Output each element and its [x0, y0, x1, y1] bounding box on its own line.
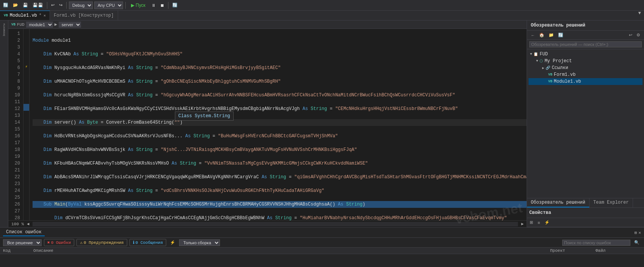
tab-module1-close[interactable]: ✕ — [44, 13, 46, 18]
prop-btn-3[interactable]: ⚡ — [543, 219, 551, 226]
error-list-tab[interactable]: Список ошибок — [3, 229, 45, 236]
properties-header: Свойства — [527, 208, 644, 218]
code-tooltip: Class System.String — [175, 112, 234, 121]
solution-icon: 📋 — [533, 52, 538, 57]
fud-nav-label: FUD — [17, 22, 25, 27]
messages-count: 0 Сообщения — [136, 240, 163, 245]
form1-label: Form1.vb — [554, 72, 576, 77]
sep3 — [125, 2, 126, 9]
messages-badge[interactable]: ℹ 0 Сообщения — [129, 239, 167, 246]
rp-tab-solution-explorer[interactable]: Обозреватель решений — [527, 198, 589, 207]
zoom-level: 100 % — [11, 222, 24, 226]
error-icon: ✖ — [47, 240, 50, 245]
rp-filter-btn[interactable]: ⚙ — [635, 32, 642, 38]
references-icon: 🔗 — [546, 66, 550, 70]
errors-count: 0 Ошибки — [51, 240, 71, 245]
prop-btn-1[interactable]: ⊞ — [528, 219, 535, 226]
member-nav-select[interactable]: server — [59, 22, 81, 28]
search-errors-btn[interactable]: 🔍 — [633, 239, 641, 246]
pause-btn[interactable]: ⏸ — [150, 2, 157, 8]
solution-search-input[interactable] — [529, 41, 642, 47]
tab-form1-label: Form1.vb [Конструктор] — [54, 13, 114, 18]
bottom-panel-close[interactable]: ⊞ ✕ — [635, 230, 641, 235]
module-nav-select[interactable]: module1 — [26, 22, 53, 28]
sep1 — [47, 2, 47, 9]
sep4 — [168, 2, 168, 9]
module1-icon: VB — [548, 80, 552, 83]
form1-icon: VB — [548, 73, 552, 77]
project-label: My Project — [544, 58, 572, 64]
redo-btn[interactable]: ↪ — [58, 2, 64, 8]
tab-modified-indicator: * — [39, 13, 42, 18]
tree-module1[interactable]: VB Module1.vb — [529, 78, 642, 85]
rp-home-btn[interactable]: 🏠 — [538, 32, 546, 38]
error-table-header: Код Описание Проект Файл — [0, 248, 644, 254]
warnings-count: 0 Предупреждения — [84, 240, 124, 245]
warnings-badge[interactable]: ⚠ 0 Предупреждения — [76, 239, 127, 246]
open-btn[interactable]: 📂 — [11, 2, 20, 8]
scroll-left-btn[interactable]: ◄ — [27, 222, 30, 226]
line-numbers: 12345 678910 1112131415 1617181920 21222… — [8, 29, 23, 220]
solution-explorer-toolbar: ← 🏠 📁 🔄 ↩ ⚙ — [527, 31, 644, 40]
scroll-right-btn[interactable]: ► — [521, 222, 524, 226]
close-icon[interactable]: ✕ — [638, 230, 641, 235]
project-expand-arrow: ▼ — [536, 59, 538, 63]
main-area: Элементы VB FUD module1 ▶ server 12345 6… — [0, 20, 644, 227]
tab-module1-label: Module1.vb — [10, 13, 37, 18]
build-filter-dropdown[interactable]: Только сборка — [179, 239, 220, 246]
solution-expand-arrow: ▼ — [530, 52, 532, 56]
rp-folder-btn[interactable]: 📁 — [547, 32, 555, 38]
pin-icon[interactable]: ⊞ — [635, 230, 637, 235]
stop-btn[interactable]: ⏹ — [159, 2, 166, 8]
bottom-panel: Список ошибок ⊞ ✕ Все решение ✖ 0 Ошибки… — [0, 227, 644, 267]
properties-toolbar: ⊞ ≡ ⚡ — [527, 218, 644, 227]
bottom-panel-header: Список ошибок ⊞ ✕ — [0, 228, 644, 238]
editor-nav-bar: VB FUD module1 ▶ server — [8, 20, 527, 29]
warning-glyph: ⚡ — [25, 64, 28, 69]
info-icon: ℹ — [133, 240, 134, 245]
run-button[interactable]: ▶ Пуск — [128, 2, 148, 9]
search-container — [527, 40, 644, 49]
tree-solution-fud[interactable]: ▼ 📋 FUD — [529, 51, 642, 58]
module1-label: Module1.vb — [554, 79, 581, 84]
error-search-input[interactable] — [562, 240, 630, 246]
right-panel: Обозреватель решений ← 🏠 📁 🔄 ↩ ⚙ ▼ 📋 FUD… — [527, 20, 644, 227]
errors-badge[interactable]: ✖ 0 Ошибки — [44, 239, 74, 246]
rp-tab-team-explorer[interactable]: Team Explorer — [589, 198, 633, 207]
tabs-bar: VB Module1.vb * ✕ Form1.vb [Конструктор]… — [0, 11, 644, 20]
col-desc-header: Описание — [33, 248, 550, 253]
solution-label: FUD — [540, 52, 548, 57]
col-project-header: Проект — [550, 248, 596, 253]
tab-module1[interactable]: VB Module1.vb * ✕ — [0, 11, 50, 20]
solution-filter-dropdown[interactable]: Все решение — [3, 239, 42, 246]
tree-my-project[interactable]: ▼ ⬡ My Project — [529, 58, 642, 64]
tab-form1[interactable]: Form1.vb [Конструктор] — [50, 11, 118, 20]
code-gutter: ⚡ — [23, 29, 30, 220]
code-content[interactable]: Module module1 Dim KvCNAb As String = "O… — [30, 29, 527, 220]
filter-btn[interactable]: ⚡ — [168, 239, 177, 246]
prop-btn-2[interactable]: ≡ — [536, 220, 541, 226]
error-list-controls: Все решение ✖ 0 Ошибки ⚠ 0 Предупреждени… — [0, 238, 644, 248]
rp-refresh-btn[interactable]: 🔄 — [557, 32, 565, 38]
code-editor: VB FUD module1 ▶ server 12345 678910 111… — [8, 20, 527, 227]
main-toolbar: 🔄 📂 💾 💾💾 ↩ ↪ Debug Any CPU ▶ Пуск ⏸ ⏹ 🔄 — [0, 0, 644, 11]
debug-dropdown[interactable]: Debug — [69, 2, 93, 9]
tabs-dropdown[interactable]: ▼ — [635, 11, 644, 20]
refresh-btn[interactable]: 🔄 — [171, 2, 179, 8]
tab-vb-icon: VB — [4, 14, 8, 17]
nav-arrow: ▶ — [55, 22, 57, 27]
new-file-btn[interactable]: 🔄 — [2, 2, 10, 8]
tree-references[interactable]: ▶ 🔗 Ссылки — [529, 64, 642, 71]
code-area[interactable]: 12345 678910 1112131415 1617181920 21222… — [8, 29, 527, 220]
cpu-dropdown[interactable]: Any CPU — [94, 2, 123, 9]
save-all-btn[interactable]: 💾💾 — [31, 2, 45, 8]
rp-undo-btn[interactable]: ↩ — [627, 32, 634, 38]
sidebar-icon-elements[interactable]: Элементы — [2, 22, 6, 38]
left-sidebar-icons: Элементы — [0, 20, 8, 227]
tree-form1[interactable]: VB Form1.vb — [529, 71, 642, 78]
references-label: Ссылки — [552, 65, 568, 71]
rp-back-btn[interactable]: ← — [529, 32, 536, 38]
save-btn[interactable]: 💾 — [21, 2, 30, 8]
undo-btn[interactable]: ↩ — [50, 2, 56, 8]
references-arrow: ▶ — [542, 66, 544, 70]
